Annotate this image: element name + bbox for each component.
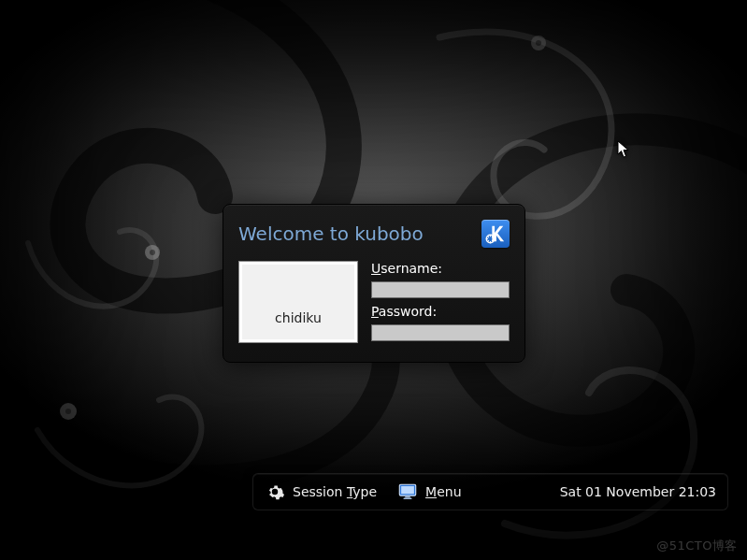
datetime-label: Sat 01 November 21:03 [560,484,716,499]
session-type-label: Session Type [293,484,377,499]
svg-point-3 [65,409,71,414]
svg-rect-8 [401,486,414,494]
mouse-cursor-icon [617,140,630,159]
login-panel: Welcome to kubobo chidiku Username: Pass… [223,204,525,363]
password-label: Password: [371,304,510,319]
svg-rect-10 [403,498,411,499]
selected-username: chidiku [275,310,322,325]
user-selection-box[interactable]: chidiku [238,261,358,343]
credentials-column: Username: Password: [371,261,510,343]
watermark-text: @51CTO博客 [656,538,738,554]
svg-point-5 [536,40,541,46]
login-title: Welcome to kubobo [238,223,424,245]
session-type-button[interactable]: Session Type [265,481,377,502]
username-label: Username: [371,261,510,276]
monitor-icon [397,481,418,502]
svg-rect-9 [405,496,410,497]
menu-button[interactable]: Menu [397,481,461,502]
svg-point-2 [60,403,77,420]
bottom-toolbar: Session Type Menu Sat 01 November 21:03 [252,473,728,510]
password-input[interactable] [371,324,510,341]
svg-point-0 [145,245,160,260]
username-input[interactable] [371,281,510,298]
menu-label: Menu [425,484,461,499]
kde-logo-icon [481,220,510,248]
svg-point-1 [150,250,155,255]
login-fields: chidiku Username: Password: [238,261,510,343]
svg-point-4 [531,36,546,50]
gear-icon [265,481,285,502]
login-header: Welcome to kubobo [238,220,510,248]
